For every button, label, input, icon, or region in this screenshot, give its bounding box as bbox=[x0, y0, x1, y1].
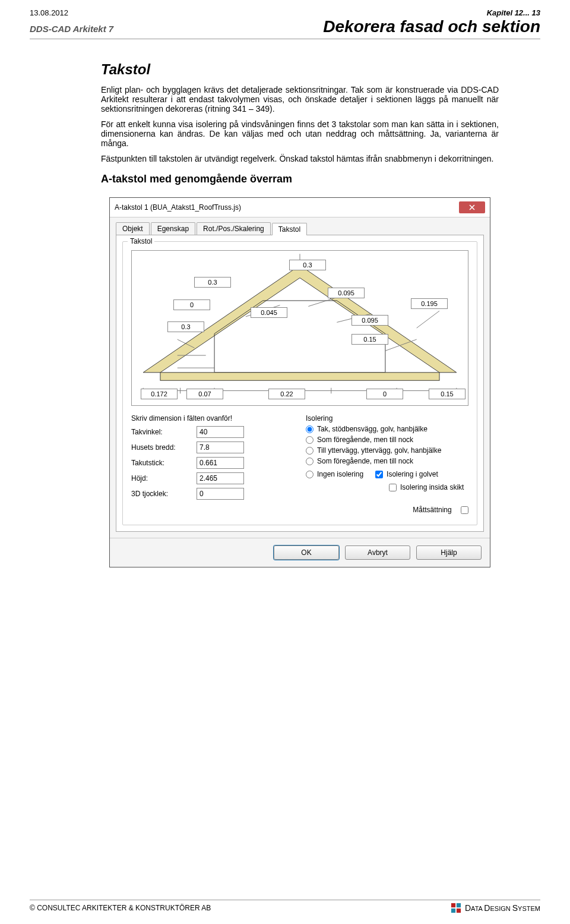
dim-r3[interactable]: 0.095 bbox=[352, 315, 388, 326]
form-note: Skriv dimension i fälten ovanför! bbox=[131, 414, 294, 422]
check-insida[interactable] bbox=[389, 484, 397, 491]
radio-label: Som föregående, men till nock bbox=[317, 436, 468, 444]
svg-line-9 bbox=[417, 311, 439, 328]
truss-diagram: 0.3 0.3 0 0.3 0.045 0.095 0.095 0.15 0.1… bbox=[131, 250, 468, 406]
section-heading: Takstol bbox=[101, 61, 499, 78]
radio-label: Som föregående, men till nock bbox=[317, 457, 468, 465]
svg-rect-18 bbox=[457, 903, 461, 907]
svg-rect-17 bbox=[451, 903, 455, 907]
field-label: 3D tjocklek: bbox=[131, 490, 197, 498]
radio-label: Tak, stödbensvägg, golv, hanbjälke bbox=[317, 425, 468, 433]
footer-right: DATA DESIGN SYSTEM bbox=[451, 903, 540, 913]
check-mattsattning[interactable] bbox=[461, 506, 468, 514]
tab-rot-pos-skalering[interactable]: Rot./Pos./Skalering bbox=[197, 222, 271, 235]
tab-objekt[interactable]: Objekt bbox=[116, 222, 150, 235]
group-label: Takstol bbox=[128, 237, 154, 245]
tjocklek-input[interactable] bbox=[197, 488, 244, 500]
dim-b2[interactable]: 0.07 bbox=[186, 389, 223, 399]
takstol-dialog: A-takstol 1 (BUA_Atakst1_RoofTruss.js) O… bbox=[109, 197, 490, 567]
field-label: Husets bredd: bbox=[131, 443, 197, 452]
takstol-group: Takstol bbox=[122, 241, 477, 525]
dim-r1[interactable]: 0.095 bbox=[328, 288, 365, 298]
dialog-tabs: Objekt Egenskap Rot./Pos./Skalering Taks… bbox=[110, 217, 490, 235]
page-footer: © CONSULTEC ARKITEKTER & KONSTRUKTÖRER A… bbox=[30, 900, 540, 913]
radio-opt-3[interactable] bbox=[306, 458, 314, 465]
svg-rect-0 bbox=[160, 373, 439, 380]
dialog-buttons: OK Avbryt Hjälp bbox=[110, 538, 490, 567]
svg-rect-19 bbox=[451, 909, 455, 913]
tab-takstol[interactable]: Takstol bbox=[272, 223, 307, 235]
cancel-button[interactable]: Avbryt bbox=[345, 545, 410, 560]
header-chapter: Kapitel 12... 13 bbox=[487, 8, 540, 17]
radio-label: Till yttervägg, yttervägg, golv, hanbjäl… bbox=[317, 446, 468, 455]
radio-opt-0[interactable] bbox=[306, 425, 314, 433]
svg-rect-20 bbox=[457, 909, 461, 913]
hojd-input[interactable] bbox=[197, 472, 244, 484]
close-button[interactable] bbox=[459, 201, 485, 213]
sub-heading: A-takstol med genomgående överram bbox=[101, 173, 499, 185]
dim-b1[interactable]: 0.172 bbox=[141, 389, 178, 399]
check-label: Måttsättning bbox=[413, 506, 451, 514]
form-left: Skriv dimension i fälten ovanför! Takvin… bbox=[131, 414, 294, 516]
radio-opt-2[interactable] bbox=[306, 447, 314, 455]
takvinkel-input[interactable] bbox=[197, 426, 244, 438]
field-label: Takutstick: bbox=[131, 459, 197, 467]
isolering-label: Isolering bbox=[306, 414, 468, 422]
dim-r5[interactable]: 0.195 bbox=[411, 298, 448, 309]
check-label: Isolering insida skikt bbox=[400, 483, 464, 491]
paragraph: För att enkelt kunna visa isolering på v… bbox=[101, 119, 499, 148]
husets-bredd-input[interactable] bbox=[197, 441, 244, 453]
tab-panel: Takstol bbox=[116, 235, 484, 532]
header-title: Dekorera fasad och sektion bbox=[323, 17, 540, 36]
dialog-caption: A-takstol 1 (BUA_Atakst1_RoofTruss.js) bbox=[115, 203, 241, 212]
close-icon bbox=[469, 204, 475, 210]
page-header: 13.08.2012 Kapitel 12... 13 DDS-CAD Arki… bbox=[0, 0, 570, 36]
radio-label: Ingen isolering bbox=[317, 470, 363, 478]
dialog-titlebar: A-takstol 1 (BUA_Atakst1_RoofTruss.js) bbox=[110, 198, 490, 217]
form-right: Isolering Tak, stödbensvägg, golv, hanbj… bbox=[306, 414, 468, 516]
field-label: Takvinkel: bbox=[131, 428, 197, 436]
paragraph: Fästpunkten till takstolen är utvändigt … bbox=[101, 154, 499, 163]
check-golvet[interactable] bbox=[375, 471, 383, 478]
dim-top[interactable]: 0.3 bbox=[289, 260, 326, 270]
dim-r2[interactable]: 0.045 bbox=[251, 307, 287, 318]
ok-button[interactable]: OK bbox=[274, 545, 339, 560]
paragraph: Enligt plan- och bygglagen krävs det det… bbox=[101, 85, 499, 113]
check-label: Isolering i golvet bbox=[387, 470, 438, 478]
dim-b5[interactable]: 0.15 bbox=[429, 389, 466, 399]
radio-opt-4[interactable] bbox=[306, 471, 314, 478]
dim-l1[interactable]: 0.3 bbox=[194, 277, 231, 288]
dim-b3[interactable]: 0.22 bbox=[268, 389, 305, 399]
header-date: 13.08.2012 bbox=[30, 8, 68, 17]
footer-brand: DATA DESIGN SYSTEM bbox=[465, 903, 540, 913]
dim-b4[interactable]: 0 bbox=[366, 389, 403, 399]
dim-r4[interactable]: 0.15 bbox=[352, 334, 388, 345]
dds-logo-icon bbox=[451, 903, 461, 913]
dim-l3[interactable]: 0.3 bbox=[167, 321, 204, 332]
takutstick-input[interactable] bbox=[197, 457, 244, 469]
dim-l2[interactable]: 0 bbox=[173, 299, 210, 310]
help-button[interactable]: Hjälp bbox=[416, 545, 482, 560]
footer-left: © CONSULTEC ARKITEKTER & KONSTRUKTÖRER A… bbox=[30, 904, 211, 912]
form-row: Skriv dimension i fälten ovanför! Takvin… bbox=[131, 414, 468, 516]
field-label: Höjd: bbox=[131, 474, 197, 483]
radio-opt-1[interactable] bbox=[306, 436, 314, 444]
header-product: DDS-CAD Arkitekt 7 bbox=[30, 24, 113, 34]
body-text: Takstol Enligt plan- och bygglagen krävs… bbox=[0, 39, 570, 567]
tab-egenskap[interactable]: Egenskap bbox=[151, 222, 195, 235]
